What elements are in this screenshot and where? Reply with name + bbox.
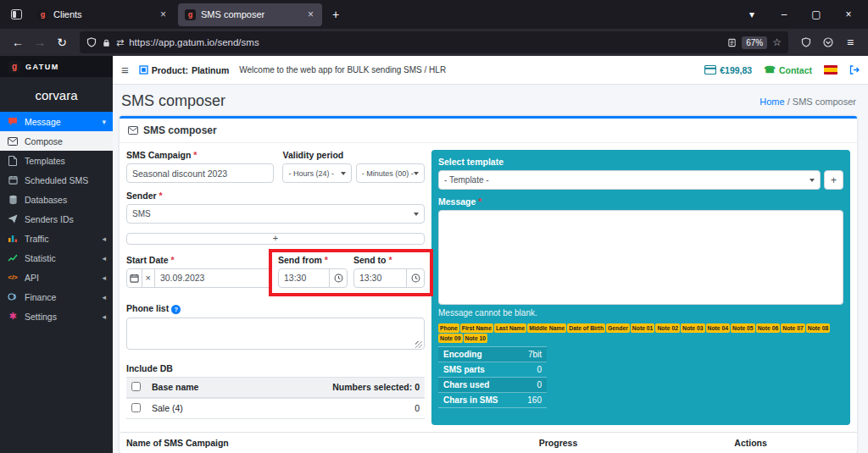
phone-list-label: Phone list? bbox=[126, 303, 425, 314]
lock-icon[interactable] bbox=[102, 38, 111, 47]
balance-indicator[interactable]: €199,83 bbox=[704, 65, 752, 75]
logout-icon[interactable] bbox=[849, 65, 860, 75]
reload-button[interactable]: ↻ bbox=[51, 31, 73, 53]
clock-icon bbox=[334, 273, 343, 283]
campaigns-table-header: Name of SMS Campaign Progress Actions bbox=[120, 432, 857, 453]
tab-clients[interactable]: g Clients × bbox=[31, 3, 175, 26]
minutes-select[interactable]: - Minutes (00) - bbox=[356, 163, 425, 183]
tag-note-05[interactable]: Note 05 bbox=[731, 323, 755, 333]
sidebar-item-api[interactable]: </> API ◂ bbox=[0, 268, 113, 287]
stat-label: SMS parts bbox=[443, 365, 485, 374]
clear-date-button[interactable]: × bbox=[142, 268, 155, 288]
tag-middle-name[interactable]: Middle Name bbox=[527, 323, 566, 333]
tag-note-07[interactable]: Note 07 bbox=[781, 323, 805, 333]
main-area: ≡ Product: Platinum Welcome to the web a… bbox=[113, 56, 868, 453]
stat-value: 0 bbox=[537, 365, 542, 374]
tag-note-10[interactable]: Note 10 bbox=[464, 334, 488, 343]
help-icon[interactable]: ? bbox=[171, 305, 181, 314]
coins-icon bbox=[7, 292, 19, 301]
send-from-input[interactable] bbox=[278, 268, 330, 288]
product-label: Product: bbox=[152, 65, 188, 75]
select-all-checkbox[interactable] bbox=[131, 382, 141, 391]
sidebar-item-templates[interactable]: Templates bbox=[0, 151, 113, 170]
required-marker: * bbox=[171, 255, 175, 265]
hours-select-value: - Hours (24) - bbox=[288, 169, 334, 178]
tag-note-08[interactable]: Note 08 bbox=[806, 323, 831, 333]
zoom-level-badge[interactable]: 67% bbox=[742, 36, 767, 49]
sidebar-item-statistic[interactable]: Statistic ◂ bbox=[0, 248, 113, 268]
tag-gender[interactable]: Gender bbox=[606, 323, 630, 333]
tracking-shield-icon[interactable] bbox=[86, 37, 97, 47]
sidebar-item-traffic[interactable]: Traffic ◂ bbox=[0, 229, 113, 248]
tag-note-09[interactable]: Note 09 bbox=[438, 334, 463, 343]
tag-note-01[interactable]: Note 01 bbox=[631, 323, 655, 333]
language-flag-icon[interactable] bbox=[824, 65, 837, 75]
tab-close-icon[interactable]: × bbox=[159, 8, 168, 20]
tag-note-06[interactable]: Note 06 bbox=[756, 323, 781, 333]
sender-select[interactable]: SMS bbox=[126, 204, 425, 224]
gear-icon: ✱ bbox=[7, 311, 19, 322]
send-from-clock-button[interactable] bbox=[329, 268, 348, 288]
hours-select[interactable]: - Hours (24) - bbox=[282, 163, 351, 183]
sidebar-toggle-icon[interactable]: ≡ bbox=[121, 63, 129, 77]
chevron-left-icon: ◂ bbox=[102, 254, 106, 262]
reader-mode-icon[interactable] bbox=[727, 38, 737, 47]
sidebar-item-message[interactable]: Message ▾ bbox=[0, 112, 113, 131]
tab-label: SMS composer bbox=[201, 9, 301, 19]
sidebar-item-compose[interactable]: Compose bbox=[0, 131, 113, 151]
welcome-text: Welcome to the web app for BULK sending … bbox=[239, 65, 446, 75]
tag-last-name[interactable]: Last Name bbox=[494, 323, 526, 333]
extension-shield-icon[interactable] bbox=[795, 31, 817, 53]
file-icon bbox=[7, 156, 19, 166]
bookmark-star-icon[interactable]: ☆ bbox=[772, 36, 782, 48]
chevron-left-icon: ◂ bbox=[102, 293, 106, 301]
send-to-input[interactable] bbox=[353, 268, 407, 288]
url-bar[interactable]: ⇄ https://app.gatum.io/send/sms 67% ☆ bbox=[80, 31, 788, 53]
col-actions: Actions bbox=[734, 438, 850, 448]
sidebar-item-finance[interactable]: Finance ◂ bbox=[0, 287, 113, 307]
tag-note-02[interactable]: Note 02 bbox=[655, 323, 680, 333]
tab-sms-composer[interactable]: g SMS composer × bbox=[178, 3, 322, 26]
tag-date-of-birth[interactable]: Date of Birth bbox=[567, 323, 605, 333]
pocket-icon bbox=[823, 37, 833, 47]
composer-card: SMS composer SMS Campaign * Validity per… bbox=[120, 116, 857, 453]
permissions-icon[interactable]: ⇄ bbox=[116, 37, 124, 48]
sms-campaign-label: SMS Campaign * bbox=[126, 150, 274, 160]
window-close-button[interactable]: × bbox=[834, 0, 863, 29]
required-marker: * bbox=[388, 255, 392, 265]
db-row-checkbox[interactable] bbox=[131, 403, 141, 412]
contact-link[interactable]: ☎ Contact bbox=[764, 64, 812, 75]
add-sender-button[interactable]: + bbox=[126, 233, 425, 245]
template-select[interactable]: - Template - bbox=[438, 170, 821, 190]
tag-first-name[interactable]: First Name bbox=[460, 323, 493, 333]
db-table-row: Sale (4) 0 bbox=[126, 398, 425, 419]
back-button[interactable]: ← bbox=[7, 31, 29, 53]
forward-button[interactable]: → bbox=[29, 31, 51, 53]
window-maximize-button[interactable]: ▢ bbox=[802, 0, 831, 29]
sidebar-item-label: Message bbox=[25, 117, 61, 127]
sidebar-item-databases[interactable]: Databases bbox=[0, 190, 113, 209]
calendar-picker-button[interactable] bbox=[126, 268, 142, 288]
sidebar-item-scheduled-sms[interactable]: Scheduled SMS bbox=[0, 170, 113, 190]
sms-campaign-input[interactable] bbox=[126, 163, 274, 183]
phone-list-textarea[interactable] bbox=[126, 318, 425, 350]
sidebar-item-senders-ids[interactable]: Senders IDs bbox=[0, 209, 113, 229]
list-tabs-icon[interactable]: ▾ bbox=[737, 0, 766, 29]
browser-menu-icon[interactable]: ≡ bbox=[839, 31, 861, 53]
send-to-clock-button[interactable] bbox=[406, 268, 425, 288]
phone-icon: ☎ bbox=[764, 64, 776, 75]
sidebar-item-settings[interactable]: ✱ Settings ◂ bbox=[0, 307, 113, 326]
start-date-input[interactable] bbox=[154, 268, 272, 288]
firefox-view-button[interactable] bbox=[5, 3, 27, 25]
new-tab-button[interactable]: + bbox=[326, 4, 346, 25]
window-minimize-button[interactable]: – bbox=[770, 0, 798, 29]
account-icon[interactable] bbox=[817, 31, 839, 53]
tab-close-icon[interactable]: × bbox=[306, 8, 315, 20]
tag-note-04[interactable]: Note 04 bbox=[706, 323, 731, 333]
breadcrumb-home-link[interactable]: Home bbox=[760, 97, 784, 107]
tag-note-03[interactable]: Note 03 bbox=[681, 323, 705, 333]
add-template-button[interactable]: + bbox=[824, 170, 843, 190]
message-textarea[interactable] bbox=[438, 210, 843, 305]
tag-phone[interactable]: Phone bbox=[438, 323, 459, 333]
product-value: Platinum bbox=[192, 65, 229, 75]
